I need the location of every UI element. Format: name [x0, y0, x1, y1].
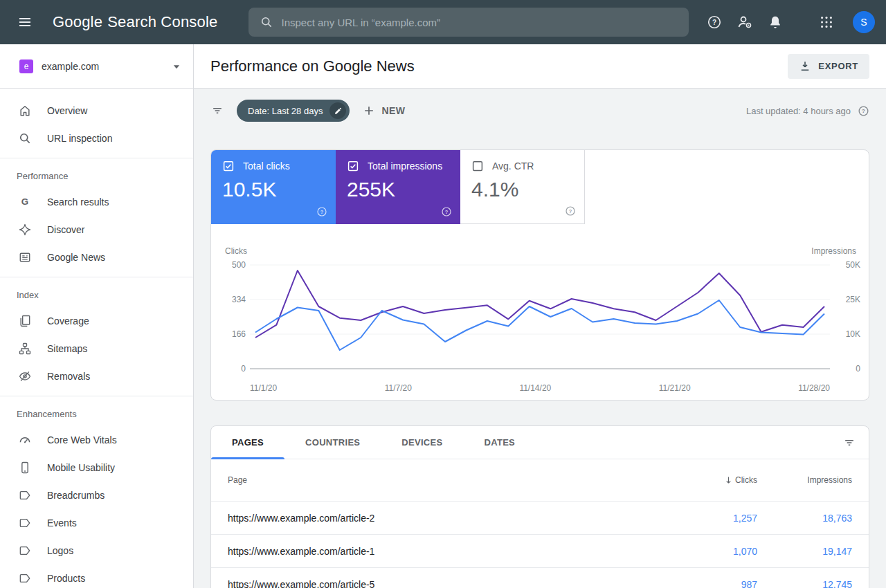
tag-icon [18, 571, 32, 585]
column-header-impressions[interactable]: Impressions [757, 475, 852, 485]
metric-label: Total impressions [368, 160, 442, 172]
nav-label: Coverage [47, 315, 89, 327]
account-avatar[interactable]: S [853, 11, 875, 33]
x-tick: 11/21/20 [659, 383, 691, 393]
tab-devices[interactable]: DEVICES [381, 426, 463, 459]
date-filter-chip[interactable]: Date: Last 28 days [237, 100, 350, 122]
new-filter-label: NEW [381, 105, 405, 116]
y-tick: 25K [833, 294, 860, 305]
bell-icon [768, 15, 783, 30]
metric-label: Avg. CTR [492, 160, 534, 172]
clicks-value: 1,070 [674, 546, 757, 557]
pages-icon [18, 314, 32, 328]
sidebar-item-logos[interactable]: Logos [0, 537, 193, 564]
search-icon [260, 15, 273, 29]
last-updated-text: Last updated: 4 hours ago [746, 106, 851, 116]
url-inspect-input[interactable] [282, 17, 678, 28]
section-enhancements: Enhancements Core Web Vitals Mobile Usab… [0, 396, 193, 588]
menu-button[interactable] [11, 8, 39, 36]
tab-label: DEVICES [401, 437, 442, 448]
sidebar-item-products[interactable]: Products [0, 564, 193, 588]
x-tick: 11/7/20 [385, 383, 412, 393]
page-title: Performance on Google News [210, 57, 788, 75]
tab-pages[interactable]: PAGES [211, 426, 284, 459]
smartphone-icon [18, 461, 32, 475]
total-clicks-value: 10.5K [222, 178, 325, 201]
tag-icon [18, 488, 32, 502]
nav-label: Sitemaps [47, 343, 87, 354]
checkbox-checked-icon [347, 160, 359, 172]
sidebar-item-overview[interactable]: Overview [0, 97, 193, 125]
card-header: Avg. CTR [471, 160, 573, 172]
card-header: Total clicks [222, 160, 325, 172]
table-filter-button[interactable] [835, 429, 863, 457]
hamburger-icon [17, 14, 33, 30]
date-filter-label: Date: Last 28 days [248, 106, 323, 116]
table-row[interactable]: https://www.example.com/article-1 1,070 … [211, 534, 869, 567]
property-selector[interactable]: e example.com [0, 44, 193, 89]
sidebar-item-url-inspection[interactable]: URL inspection [0, 125, 193, 152]
x-tick: 11/14/20 [519, 383, 551, 393]
google-g-icon [18, 195, 32, 209]
sort-desc-icon [723, 475, 734, 486]
edit-date-button[interactable] [329, 102, 346, 119]
column-header-page[interactable]: Page [228, 475, 674, 485]
chart-plot[interactable] [250, 263, 830, 371]
checkbox-unchecked-icon [471, 160, 484, 172]
sidebar-item-search-results[interactable]: Search results [0, 188, 193, 216]
impressions-value: 18,763 [757, 513, 852, 524]
x-axis-labels: 11/1/20 11/7/20 11/14/20 11/21/20 11/28/… [250, 383, 830, 393]
tab-dates[interactable]: DATES [464, 426, 536, 459]
tab-countries[interactable]: COUNTRIES [284, 426, 381, 459]
sidebar-item-removals[interactable]: Removals [0, 362, 193, 390]
help-button[interactable] [700, 8, 728, 36]
page-header: Performance on Google News EXPORT [194, 44, 886, 89]
section-performance: Performance Search results Discover Goog… [0, 158, 193, 271]
y-tick: 166 [217, 329, 246, 340]
nav-label: Events [47, 517, 77, 529]
performance-panel: Total clicks 10.5K Total impressions 255… [210, 149, 869, 401]
property-domain: example.com [42, 61, 170, 72]
sidebar-item-coverage[interactable]: Coverage [0, 307, 193, 335]
google-apps-button[interactable] [813, 8, 840, 36]
sidebar-item-discover[interactable]: Discover [0, 216, 193, 244]
nav-label: URL inspection [47, 133, 112, 144]
manage-users-button[interactable] [731, 8, 759, 36]
sidebar-item-sitemaps[interactable]: Sitemaps [0, 335, 193, 362]
section-title: Performance [0, 158, 193, 188]
sidebar-item-google-news[interactable]: Google News [0, 244, 193, 271]
total-impressions-card[interactable]: Total impressions 255K [336, 150, 460, 224]
metric-label: Total clicks [243, 160, 290, 172]
question-icon [858, 105, 869, 117]
sidebar-item-mobile-usability[interactable]: Mobile Usability [0, 454, 193, 481]
magnifier-icon [18, 131, 32, 145]
sidebar-item-events[interactable]: Events [0, 509, 193, 537]
gauge-icon [18, 433, 32, 447]
newspaper-icon [18, 250, 32, 264]
right-axis-title: Impressions [811, 246, 856, 256]
table-row[interactable]: https://www.example.com/article-2 1,257 … [211, 501, 869, 534]
sidebar-item-breadcrumbs[interactable]: Breadcrumbs [0, 481, 193, 509]
page-url: https://www.example.com/article-5 [228, 579, 674, 588]
tab-label: PAGES [232, 437, 264, 448]
last-updated: Last updated: 4 hours ago [746, 105, 869, 117]
new-filter-button[interactable]: NEW [362, 104, 405, 118]
question-icon[interactable] [565, 205, 576, 217]
export-label: EXPORT [818, 61, 858, 71]
column-header-clicks[interactable]: Clicks [674, 475, 757, 486]
card-header: Total impressions [347, 160, 449, 172]
last-updated-help[interactable] [858, 105, 869, 117]
column-label: Clicks [735, 475, 757, 485]
url-inspect-searchbar[interactable] [248, 8, 689, 37]
total-clicks-card[interactable]: Total clicks 10.5K [211, 150, 336, 224]
export-button[interactable]: EXPORT [788, 54, 869, 79]
apps-grid-icon [819, 15, 834, 30]
notifications-button[interactable] [761, 8, 789, 36]
question-icon[interactable] [441, 206, 452, 217]
nav-label: Core Web Vitals [47, 434, 117, 445]
clicks-value: 987 [674, 579, 757, 588]
table-row[interactable]: https://www.example.com/article-5 987 12… [211, 567, 869, 588]
sidebar-item-core-web-vitals[interactable]: Core Web Vitals [0, 426, 193, 454]
avg-ctr-card[interactable]: Avg. CTR 4.1% [460, 150, 585, 224]
question-icon[interactable] [316, 206, 327, 217]
